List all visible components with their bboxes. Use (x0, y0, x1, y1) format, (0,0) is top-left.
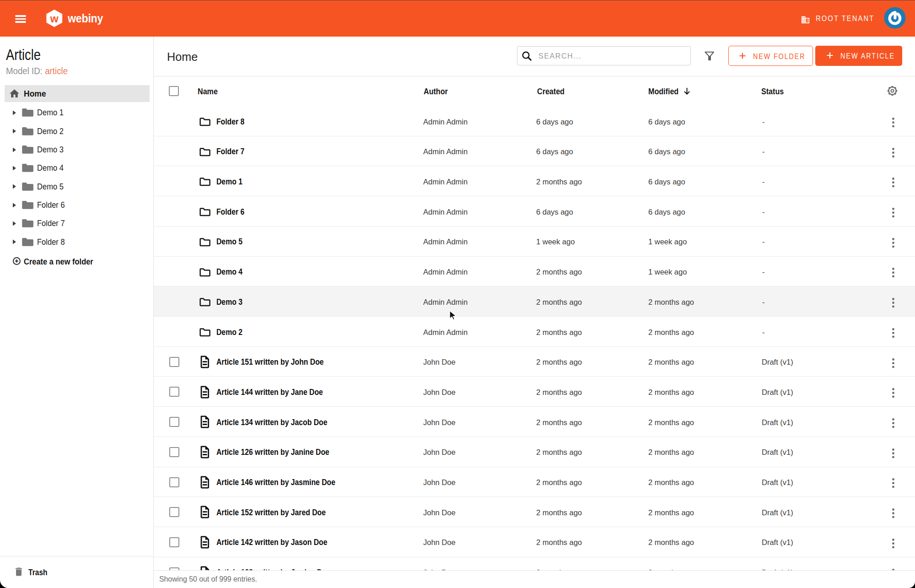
svg-text:w: w (50, 13, 59, 25)
